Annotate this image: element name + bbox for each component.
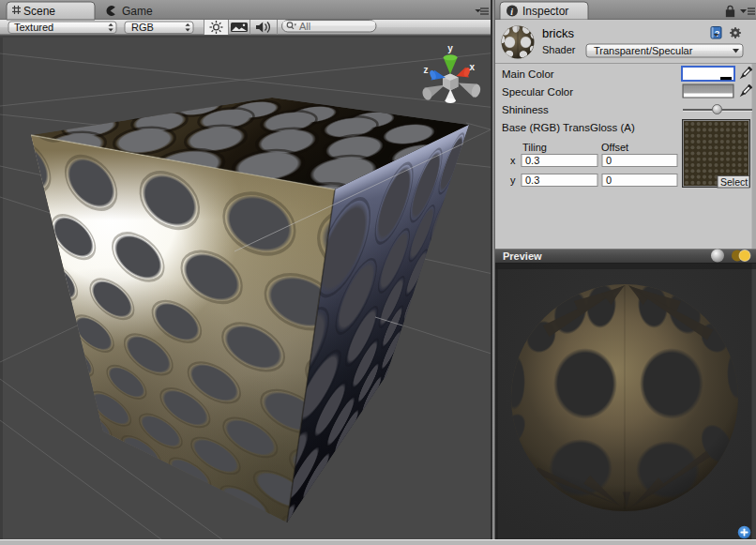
svg-text:0.3: 0.3 [525,174,539,186]
svg-text:Base (RGB) TransGloss (A): Base (RGB) TransGloss (A) [502,122,635,133]
svg-text:0: 0 [606,174,612,186]
svg-text:Tiling: Tiling [522,142,547,153]
svg-text:Select: Select [720,176,748,188]
svg-text:Shader: Shader [542,44,576,55]
svg-text:0.3: 0.3 [525,155,539,166]
svg-text:Main Color: Main Color [502,68,554,80]
svg-text:i: i [510,7,513,17]
svg-text:y: y [510,174,516,186]
svg-text:All: All [299,21,310,32]
svg-text:Preview: Preview [503,250,542,262]
svg-text:y: y [447,43,453,53]
svg-text:?: ? [715,29,720,38]
svg-text:Specular Color: Specular Color [502,86,573,98]
svg-text:0: 0 [606,155,612,166]
svg-text:z: z [424,65,429,75]
svg-text:Inspector: Inspector [522,5,568,18]
svg-text:Game: Game [122,5,153,18]
svg-text:x: x [470,62,476,72]
svg-text:Textured: Textured [14,22,53,33]
svg-text:bricks: bricks [542,26,574,40]
svg-text:Scene: Scene [23,5,55,18]
svg-text:Shininess: Shininess [502,104,549,115]
svg-text:RGB: RGB [131,22,154,33]
svg-text:Transparent/Specular: Transparent/Specular [594,45,693,56]
svg-text:Offset: Offset [601,142,628,153]
svg-text:x: x [510,155,516,166]
